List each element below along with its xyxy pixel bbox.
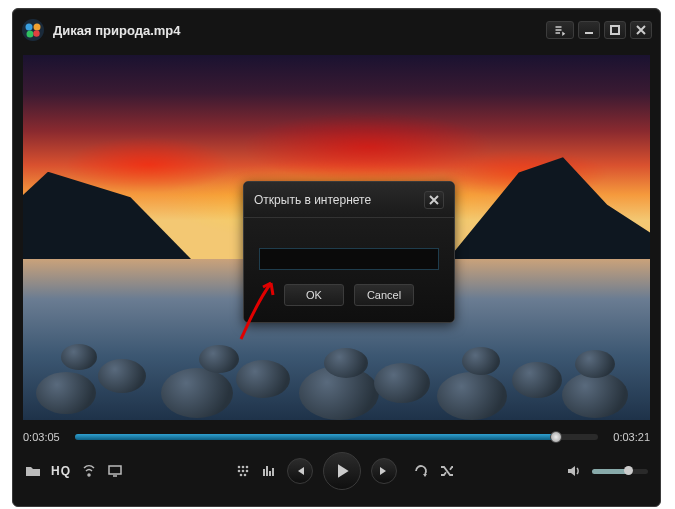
player-window: Дикая природа.mp4 <box>12 8 661 507</box>
settings-dots-button[interactable] <box>235 463 251 479</box>
svg-point-10 <box>245 466 248 469</box>
ok-button[interactable]: OK <box>284 284 344 306</box>
svg-point-15 <box>243 474 246 477</box>
seek-bar[interactable] <box>75 434 598 440</box>
maximize-button[interactable] <box>604 21 626 39</box>
window-title: Дикая природа.mp4 <box>53 23 546 38</box>
svg-point-12 <box>241 470 244 473</box>
svg-rect-6 <box>611 26 619 34</box>
dialog-close-button[interactable] <box>424 191 444 209</box>
open-url-dialog: Открыть в интернете OK Cancel <box>243 181 455 323</box>
dialog-body: OK Cancel <box>244 218 454 322</box>
svg-point-1 <box>26 24 33 31</box>
dialog-header[interactable]: Открыть в интернете <box>244 182 454 218</box>
play-button[interactable] <box>323 452 361 490</box>
svg-point-13 <box>245 470 248 473</box>
close-button[interactable] <box>630 21 652 39</box>
cancel-button[interactable]: Cancel <box>354 284 414 306</box>
current-time-label: 0:03:05 <box>23 431 67 443</box>
url-input[interactable] <box>259 248 439 270</box>
svg-point-14 <box>239 474 242 477</box>
svg-point-0 <box>22 19 44 41</box>
display-button[interactable] <box>107 463 123 479</box>
playlist-toggle-button[interactable] <box>546 21 574 39</box>
svg-point-11 <box>237 470 240 473</box>
button-row: HQ <box>23 448 650 494</box>
volume-button[interactable] <box>566 463 582 479</box>
svg-point-4 <box>33 30 39 36</box>
svg-point-3 <box>27 31 34 38</box>
equalizer-button[interactable] <box>261 463 277 479</box>
dialog-title: Открыть в интернете <box>254 193 424 207</box>
titlebar: Дикая природа.mp4 <box>13 9 660 51</box>
svg-point-9 <box>241 466 244 469</box>
seek-row: 0:03:05 0:03:21 <box>23 426 650 448</box>
shuffle-button[interactable] <box>439 463 455 479</box>
window-controls <box>546 21 652 39</box>
svg-rect-5 <box>585 32 593 34</box>
volume-slider[interactable] <box>592 469 648 474</box>
minimize-button[interactable] <box>578 21 600 39</box>
repeat-button[interactable] <box>413 463 429 479</box>
svg-rect-7 <box>109 466 121 474</box>
app-logo-icon <box>21 18 45 42</box>
next-button[interactable] <box>371 458 397 484</box>
hq-toggle-button[interactable]: HQ <box>51 464 71 478</box>
svg-point-2 <box>34 24 41 31</box>
wireless-icon[interactable] <box>81 463 97 479</box>
total-time-label: 0:03:21 <box>606 431 650 443</box>
controls-bar: 0:03:05 0:03:21 HQ <box>23 426 650 496</box>
open-file-button[interactable] <box>25 463 41 479</box>
previous-button[interactable] <box>287 458 313 484</box>
svg-point-8 <box>237 466 240 469</box>
